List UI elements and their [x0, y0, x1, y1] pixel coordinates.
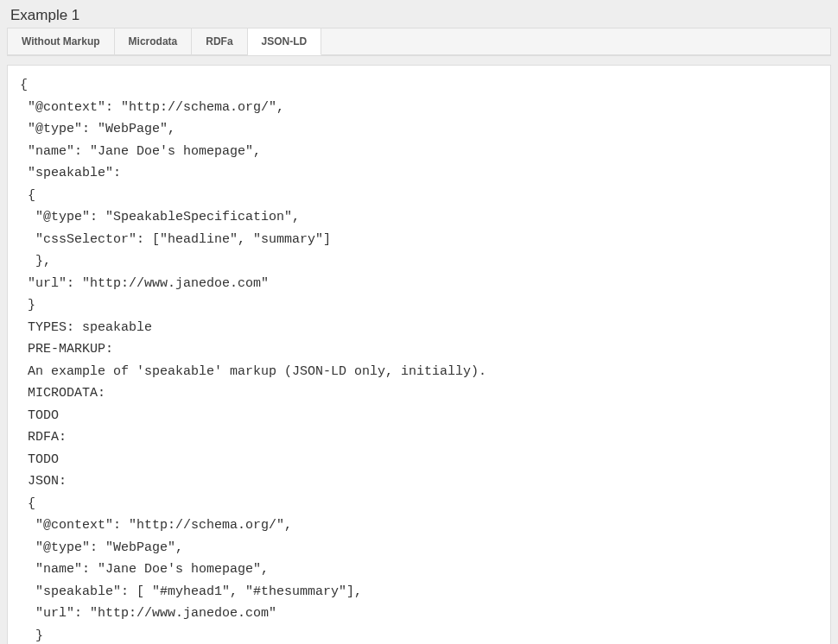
code-box: { "@context": "http://schema.org/", "@ty…: [7, 65, 831, 644]
tabs-header: Without Markup Microdata RDFa JSON-LD: [8, 28, 830, 55]
code-content: { "@context": "http://schema.org/", "@ty…: [20, 74, 818, 644]
tab-without-markup[interactable]: Without Markup: [8, 28, 115, 54]
code-panel: { "@context": "http://schema.org/", "@ty…: [7, 65, 831, 644]
tabs-container: Without Markup Microdata RDFa JSON-LD: [7, 28, 831, 56]
tab-json-ld[interactable]: JSON-LD: [248, 28, 322, 55]
example-heading: Example 1: [7, 7, 831, 24]
tab-rdfa[interactable]: RDFa: [192, 28, 247, 54]
tab-microdata[interactable]: Microdata: [115, 28, 193, 54]
